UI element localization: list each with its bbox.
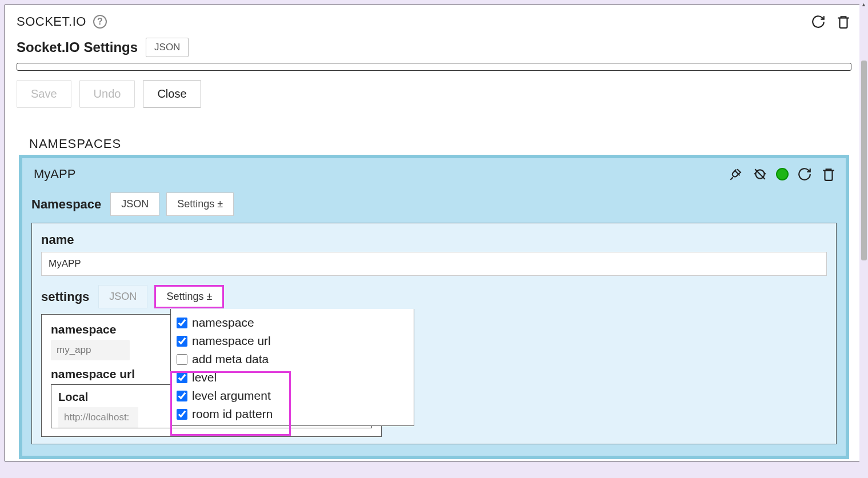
check-namespace[interactable]	[177, 318, 187, 328]
namespace-actions	[728, 166, 837, 182]
check-add-meta-data[interactable]	[177, 354, 187, 365]
bell-off-icon[interactable]	[752, 166, 768, 182]
inner-settings-toggle-button[interactable]: Settings ±	[154, 285, 224, 308]
namespace-trash-icon[interactable]	[821, 166, 837, 182]
dropdown-item-add-meta-data[interactable]: add meta data	[175, 350, 409, 368]
undo-button[interactable]: Undo	[79, 80, 135, 108]
dropdown-item-room-id-pattern[interactable]: room id pattern	[175, 405, 409, 423]
dropdown-item-namespace[interactable]: namespace	[175, 314, 409, 332]
namespace-tab-label: Namespace	[31, 197, 101, 212]
close-button[interactable]: Close	[143, 80, 201, 108]
main-window: SOCKET.IO ? Socket.IO Settings JSON Save…	[5, 5, 863, 461]
check-level-argument[interactable]	[177, 391, 187, 401]
save-button[interactable]: Save	[17, 80, 71, 108]
name-input[interactable]	[41, 252, 827, 276]
namespace-settings-button[interactable]: Settings ±	[166, 192, 234, 216]
namespace-card: MyAPP Na	[22, 158, 846, 456]
trash-icon[interactable]	[835, 14, 851, 30]
dropdown-item-level-argument[interactable]: level argument	[175, 387, 409, 405]
settings-title-row: Socket.IO Settings JSON	[17, 38, 851, 57]
check-level[interactable]	[177, 372, 187, 383]
namespace-refresh-icon[interactable]	[797, 166, 813, 182]
inner-settings-label: settings	[41, 290, 89, 304]
header-left: SOCKET.IO ?	[17, 14, 107, 29]
scrollbar-thumb[interactable]	[861, 61, 867, 260]
scroll-up-icon[interactable]: ▲	[859, 0, 868, 9]
refresh-icon[interactable]	[810, 14, 826, 30]
namespace-header: MyAPP	[31, 166, 837, 182]
check-namespace-url[interactable]	[177, 336, 187, 347]
inner-namespace-value: my_app	[51, 340, 130, 360]
settings-json-button[interactable]: JSON	[146, 38, 189, 57]
namespace-card-outer: MyAPP Na	[19, 155, 849, 459]
dropdown-item-level[interactable]: level	[175, 368, 409, 387]
plug-icon[interactable]	[728, 166, 744, 182]
inner-json-button[interactable]: JSON	[98, 285, 147, 308]
thin-input-bar[interactable]	[17, 63, 851, 71]
settings-title: Socket.IO Settings	[17, 39, 138, 55]
header-actions	[810, 14, 851, 30]
action-buttons: Save Undo Close	[17, 80, 851, 108]
app-title: SOCKET.IO	[17, 14, 86, 29]
namespace-tab-row: Namespace JSON Settings ±	[31, 192, 837, 216]
check-room-id-pattern[interactable]	[177, 409, 187, 420]
namespaces-label: NAMESPACES	[29, 136, 851, 151]
help-icon[interactable]: ?	[93, 15, 107, 29]
namespace-name: MyAPP	[34, 167, 75, 182]
scrollbar[interactable]: ▲	[859, 0, 868, 466]
namespace-json-button[interactable]: JSON	[110, 192, 159, 216]
name-field-label: name	[41, 232, 827, 247]
header-row: SOCKET.IO ?	[17, 14, 851, 30]
url-input[interactable]	[58, 407, 138, 428]
settings-dropdown: namespace namespace url add meta data le…	[170, 309, 414, 426]
namespace-panel: name settings JSON Settings ± namespace …	[31, 223, 837, 444]
dropdown-item-namespace-url[interactable]: namespace url	[175, 332, 409, 350]
inner-settings-row: settings JSON Settings ±	[41, 285, 827, 308]
status-dot-icon	[776, 168, 789, 180]
